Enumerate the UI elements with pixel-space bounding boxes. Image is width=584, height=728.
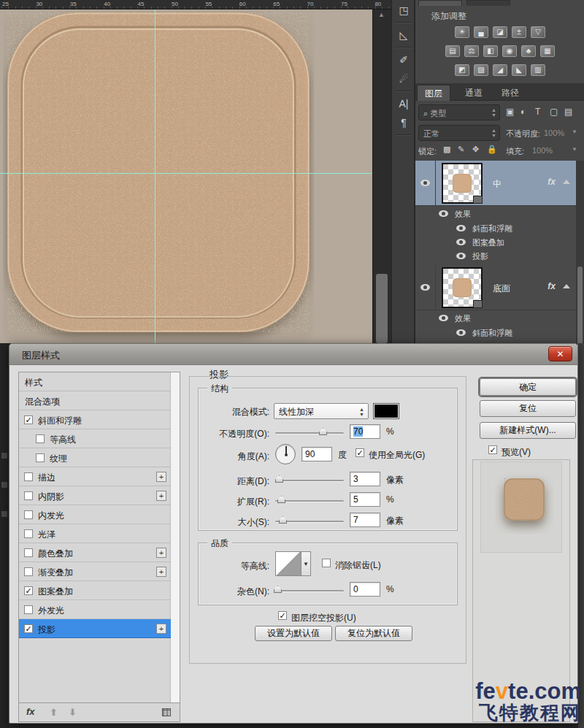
scrollbar-thumb[interactable] [376,274,388,343]
expand-plus-icon[interactable]: + [156,624,166,634]
fx-badge-icon[interactable]: fx [548,281,556,291]
close-button[interactable]: ✕ [548,346,572,361]
style-list-item-内阴影[interactable]: 内阴影+ [19,486,171,505]
tab-paths[interactable]: 路径 [494,85,526,101]
shadow-blend-mode-dropdown[interactable]: 线性加深 ▲▼ [274,403,369,419]
style-checkbox[interactable] [24,529,33,538]
style-list-item-混合选项[interactable]: 混合选项 [19,391,171,410]
visibility-eye-icon[interactable] [456,239,466,245]
color-lookup-icon[interactable]: ▦ [540,45,555,57]
collapse-effects-icon[interactable] [563,284,570,288]
spread-input[interactable]: 5 [350,492,380,507]
effect-row[interactable]: 图案叠加 [415,235,576,249]
lock-all-icon[interactable]: 🔒 [487,145,497,154]
opacity-slider[interactable] [275,432,344,434]
layer-thumbnail[interactable] [442,163,483,204]
visibility-eye-icon[interactable] [420,180,430,186]
style-list-item-斜面和浮雕[interactable]: ✓斜面和浮雕 [19,410,171,429]
panel-tab-stub[interactable] [466,0,510,6]
layer-comps-icon[interactable]: ◺ [396,28,411,42]
style-list-item-渐变叠加[interactable]: 渐变叠加+ [19,562,171,581]
new-style-button[interactable]: 新建样式(W)... [480,422,576,439]
style-checkbox[interactable] [24,472,33,481]
panel-tab-stub[interactable] [418,0,462,6]
layer-thumbnail[interactable] [442,267,483,308]
style-list-item-投影[interactable]: ✓投影+ [19,619,171,638]
dialog-titlebar[interactable]: 图层样式 ✕ [9,344,577,365]
expand-plus-icon[interactable]: + [156,472,166,482]
smart-object-filter-icon[interactable]: ▤ [564,107,572,117]
style-checkbox[interactable] [24,491,33,500]
brightness-contrast-icon[interactable]: ☀ [455,26,469,38]
reset-button[interactable]: 复位 [480,400,576,417]
set-default-button[interactable]: 设置为默认值 [255,626,332,641]
style-list-item-光泽[interactable]: 光泽 [19,524,171,543]
knockout-checkbox[interactable]: ✓ [278,611,287,620]
effect-row[interactable]: 投影 [415,249,576,263]
angle-dial[interactable] [275,444,296,464]
visibility-eye-icon[interactable] [439,315,448,321]
visibility-eye-icon[interactable] [456,225,466,231]
exposure-icon[interactable]: ± [512,26,526,38]
style-checkbox[interactable]: ✓ [24,624,33,633]
visibility-eye-icon[interactable] [456,329,466,336]
scrollbar-thumb[interactable] [577,267,583,350]
paragraph-panel-icon[interactable]: ¶ [396,115,411,130]
vibrance-icon[interactable]: ▽ [531,26,545,38]
levels-icon[interactable]: ▄ [474,26,488,38]
expand-plus-icon[interactable]: + [156,567,166,577]
fx-badge-icon[interactable]: fx [548,177,556,187]
noise-slider[interactable] [275,590,344,592]
style-checkbox[interactable] [24,605,33,614]
style-checkbox[interactable]: ✓ [24,586,33,595]
visibility-eye-icon[interactable] [420,284,430,291]
spread-slider[interactable] [275,500,344,502]
preview-checkbox[interactable]: ✓ [488,445,497,454]
angle-input[interactable]: 90 [301,447,332,461]
antialias-checkbox[interactable] [322,559,331,567]
distance-slider[interactable] [275,480,344,482]
selective-color-icon[interactable]: ▥ [531,64,545,76]
filter-type-dropdown[interactable]: ⌕ 类型 ▲▼ [418,104,500,120]
layer-row[interactable]: 中fx [415,161,576,206]
materials-icon[interactable]: ◳ [396,3,411,18]
expand-plus-icon[interactable]: + [156,548,166,558]
character-panel-icon[interactable]: A| [396,96,411,111]
delete-effect-icon[interactable] [162,708,171,716]
tab-layers[interactable]: 图层 [417,85,450,101]
canvas-vertical-scrollbar[interactable]: ▲ [372,9,391,343]
invert-icon[interactable]: ◩ [455,64,469,76]
color-balance-icon[interactable]: ⚖ [464,45,479,57]
opacity-value[interactable]: 100% [544,129,564,137]
shadow-color-swatch[interactable] [373,403,399,419]
brush-presets-icon[interactable]: ✐ [396,53,411,67]
opacity-input[interactable]: 70 [350,424,380,439]
style-list-item-描边[interactable]: 描边+ [19,467,171,486]
style-checkbox[interactable] [36,434,45,443]
collapse-effects-icon[interactable] [563,180,570,184]
guide-vertical[interactable] [155,9,155,343]
move-effect-down-icon[interactable]: ⬇ [69,707,77,718]
curves-icon[interactable]: ◪ [493,26,507,38]
chevron-down-icon[interactable]: ▼ [572,146,577,153]
visibility-eye-icon[interactable] [456,253,466,259]
contour-dropdown-arrow-icon[interactable]: ▼ [301,551,311,576]
fx-icon[interactable]: fx [26,706,35,717]
effect-row[interactable]: 斜面和浮雕 [415,326,576,340]
gradient-map-icon[interactable]: ◣ [512,64,526,76]
layer-row[interactable]: 底面fx [415,265,576,310]
style-checkbox[interactable]: ✓ [24,415,33,424]
move-effect-up-icon[interactable]: ⬆ [50,707,58,718]
blend-mode-dropdown[interactable]: 正常 ▲▼ [418,125,500,141]
chevron-down-icon[interactable]: ▼ [572,129,577,135]
styles-list-scrollbar[interactable] [170,372,180,702]
style-list-item-颜色叠加[interactable]: 颜色叠加+ [19,543,171,562]
document-canvas[interactable] [0,9,372,343]
style-checkbox[interactable] [24,567,33,576]
visibility-eye-icon[interactable] [439,210,448,217]
posterize-icon[interactable]: ▨ [474,64,488,76]
global-light-checkbox[interactable]: ✓ [356,448,364,457]
scroll-up-icon[interactable]: ▲ [378,11,385,18]
style-list-item-纹理[interactable]: 纹理 [19,448,171,467]
lock-move-icon[interactable]: ✥ [472,145,479,154]
